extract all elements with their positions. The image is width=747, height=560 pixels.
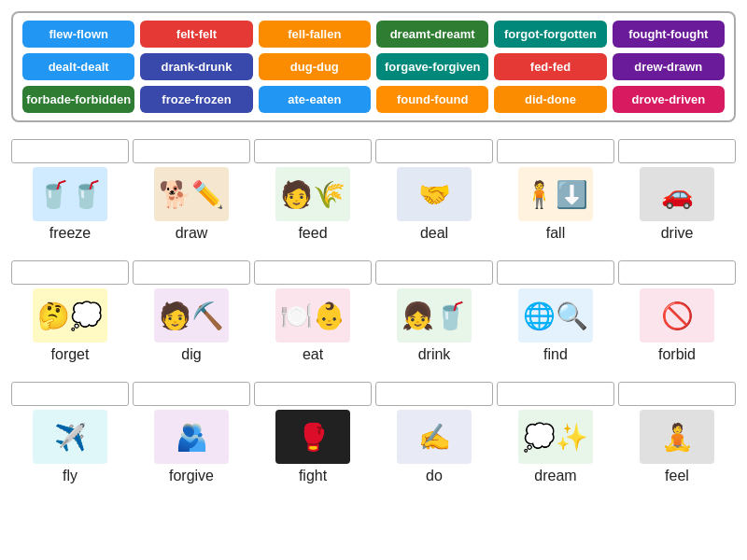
answer-input-dream[interactable] xyxy=(497,382,614,406)
answer-input-freeze[interactable] xyxy=(11,139,129,163)
answer-input-find[interactable] xyxy=(497,260,614,285)
answer-tag[interactable]: dealt-dealt xyxy=(22,53,134,80)
verb-image-feel: 🧘 xyxy=(640,410,714,464)
answer-input-drink[interactable] xyxy=(375,260,493,285)
answer-tag[interactable]: flew-flown xyxy=(22,21,134,48)
verb-image-fall: 🧍⬇️ xyxy=(518,167,593,221)
verb-label-dig: dig xyxy=(181,346,201,363)
answer-input-forgive[interactable] xyxy=(133,382,250,406)
answer-tag[interactable]: forgot-forgotten xyxy=(494,21,606,48)
verb-image-eat: 🍽️👶 xyxy=(275,288,350,343)
answer-input-forbid[interactable] xyxy=(618,260,736,285)
answer-input-eat[interactable] xyxy=(254,260,372,285)
verb-label-deal: deal xyxy=(420,225,448,242)
verb-image-find: 🌐🔍 xyxy=(518,288,593,343)
verb-label-draw: draw xyxy=(176,225,208,242)
verb-row-2: 🤔💭forget🧑⛏️dig🍽️👶eat👧🥤drink🌐🔍find🚫forbid xyxy=(11,260,736,369)
answer-input-feed[interactable] xyxy=(254,139,372,163)
verb-image-drink: 👧🥤 xyxy=(397,288,472,343)
verb-label-forbid: forbid xyxy=(658,346,696,363)
verb-label-drive: drive xyxy=(661,225,694,242)
verb-image-forgive: 🫂 xyxy=(154,410,229,464)
answer-tag[interactable]: felt-felt xyxy=(140,21,252,48)
verb-image-dream: 💭✨ xyxy=(518,410,593,464)
answer-tag[interactable]: drank-drunk xyxy=(140,53,252,80)
verb-row-3: ✈️fly🫂forgive🥊fight✍️do💭✨dream🧘feel xyxy=(11,382,736,490)
answer-input-fight[interactable] xyxy=(254,382,372,406)
answer-tag[interactable]: fed-fed xyxy=(494,53,606,80)
verb-cell-drink: 👧🥤drink xyxy=(375,260,493,369)
verb-label-feel: feel xyxy=(665,468,689,484)
answer-input-fly[interactable] xyxy=(11,382,129,406)
verb-image-feed: 🧑🌾 xyxy=(275,167,350,221)
verb-cell-dig: 🧑⛏️dig xyxy=(133,260,250,369)
answer-input-deal[interactable] xyxy=(375,139,493,163)
answer-tag[interactable]: did-done xyxy=(494,86,606,113)
verb-cell-feel: 🧘feel xyxy=(618,382,736,490)
verb-image-forget: 🤔💭 xyxy=(33,288,107,343)
answer-input-forget[interactable] xyxy=(11,260,129,285)
verb-image-fly: ✈️ xyxy=(33,410,107,464)
answer-input-dig[interactable] xyxy=(133,260,250,285)
verb-image-freeze: 🥤🥤 xyxy=(33,167,107,221)
verb-row-1: 🥤🥤freeze🐕✏️draw🧑🌾feed🤝deal🧍⬇️fall🚗drive xyxy=(11,139,736,247)
answer-tag[interactable]: drove-driven xyxy=(613,86,725,113)
answer-tag[interactable]: drew-drawn xyxy=(613,53,725,80)
verb-image-forbid: 🚫 xyxy=(640,288,714,343)
verb-cell-fly: ✈️fly xyxy=(11,382,129,490)
verb-label-fight: fight xyxy=(299,468,327,484)
verb-cell-forbid: 🚫forbid xyxy=(618,260,736,369)
verb-image-draw: 🐕✏️ xyxy=(154,167,229,221)
verb-image-do: ✍️ xyxy=(397,410,472,464)
answer-input-feel[interactable] xyxy=(618,382,736,406)
verb-label-drink: drink xyxy=(418,346,451,363)
verb-cell-fight: 🥊fight xyxy=(254,382,372,490)
answer-input-do[interactable] xyxy=(375,382,493,406)
verb-image-fight: 🥊 xyxy=(275,410,350,464)
verb-cell-forgive: 🫂forgive xyxy=(133,382,250,490)
verb-cell-draw: 🐕✏️draw xyxy=(133,139,250,247)
verb-label-freeze: freeze xyxy=(49,225,91,242)
verb-cell-dream: 💭✨dream xyxy=(497,382,614,490)
answer-input-drive[interactable] xyxy=(618,139,736,163)
verb-label-feed: feed xyxy=(298,225,327,242)
verb-label-find: find xyxy=(543,346,568,363)
answer-tag[interactable]: fought-fought xyxy=(613,21,725,48)
verb-cell-find: 🌐🔍find xyxy=(497,260,614,369)
verb-cell-eat: 🍽️👶eat xyxy=(254,260,372,369)
answer-bank: flew-flownfelt-feltfell-fallendreamt-dre… xyxy=(11,11,736,122)
answer-input-draw[interactable] xyxy=(133,139,250,163)
verb-cell-forget: 🤔💭forget xyxy=(11,260,129,369)
answer-tag[interactable]: dug-dug xyxy=(259,53,371,80)
answer-tag[interactable]: found-found xyxy=(376,86,488,113)
verb-cell-fall: 🧍⬇️fall xyxy=(497,139,614,247)
verb-label-eat: eat xyxy=(303,346,323,363)
verb-image-drive: 🚗 xyxy=(640,167,714,221)
answer-tag[interactable]: fell-fallen xyxy=(259,21,371,48)
verb-image-deal: 🤝 xyxy=(397,167,472,221)
verb-cell-deal: 🤝deal xyxy=(375,139,493,247)
answer-tag[interactable]: forgave-forgiven xyxy=(376,53,488,80)
verb-cell-freeze: 🥤🥤freeze xyxy=(11,139,129,247)
verb-cell-drive: 🚗drive xyxy=(618,139,736,247)
verb-label-do: do xyxy=(426,468,443,484)
answer-input-fall[interactable] xyxy=(497,139,614,163)
verb-label-fall: fall xyxy=(546,225,565,242)
verb-label-fly: fly xyxy=(63,468,78,484)
answer-tag[interactable]: ate-eaten xyxy=(259,86,371,113)
answer-tag[interactable]: dreamt-dreamt xyxy=(376,21,488,48)
answer-tag[interactable]: forbade-forbidden xyxy=(22,86,134,113)
verb-image-dig: 🧑⛏️ xyxy=(154,288,229,343)
answer-tag[interactable]: froze-frozen xyxy=(140,86,252,113)
verb-cell-feed: 🧑🌾feed xyxy=(254,139,372,247)
verb-label-forgive: forgive xyxy=(169,468,214,484)
verb-label-dream: dream xyxy=(534,468,576,484)
verb-cell-do: ✍️do xyxy=(375,382,493,490)
verb-label-forget: forget xyxy=(51,346,90,363)
